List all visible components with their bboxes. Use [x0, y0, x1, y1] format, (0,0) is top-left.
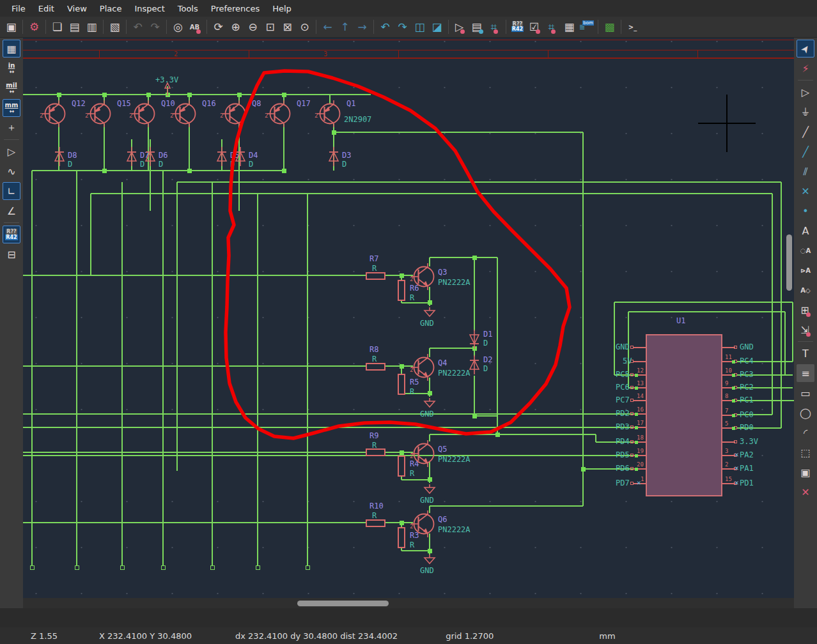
arc-button[interactable]: ◜	[797, 424, 814, 441]
open-pcb-editor-button[interactable]: ▩	[601, 19, 618, 36]
wire-segment[interactable]	[497, 257, 498, 434]
wire-segment[interactable]	[23, 275, 413, 276]
refresh-button[interactable]: ⟳	[210, 19, 227, 36]
plot-button[interactable]: ▥	[83, 19, 100, 36]
page-settings-button[interactable]: ❏	[49, 19, 66, 36]
polygon-button[interactable]: ⬚	[797, 443, 814, 461]
wire-segment[interactable]	[614, 302, 615, 375]
wire-segment[interactable]	[23, 427, 641, 428]
resistor-R4[interactable]	[398, 456, 405, 477]
wire-segment[interactable]	[212, 182, 213, 567]
redo-button[interactable]: ↷	[146, 19, 164, 36]
resistor-R10[interactable]	[366, 519, 385, 527]
annotate-button[interactable]: R??R42	[509, 19, 526, 36]
menu-file[interactable]: File	[5, 2, 32, 15]
menu-preferences[interactable]: Preferences	[205, 2, 266, 15]
net-class-directive-button[interactable]: ◌A	[797, 241, 814, 259]
hierarchy-navigator-button[interactable]: ⊟	[3, 245, 20, 263]
rotate-cw-button[interactable]: ↷	[394, 19, 411, 36]
horizontal-scrollbar[interactable]	[23, 598, 794, 608]
bom-button[interactable]: ≣bom	[578, 19, 595, 36]
wire-segment[interactable]	[784, 312, 786, 375]
undo-button[interactable]: ↶	[129, 19, 146, 36]
select-tool-button[interactable]: ➤	[797, 40, 814, 57]
wire-segment[interactable]	[401, 479, 430, 480]
wire-segment[interactable]	[32, 170, 284, 171]
wire-segment[interactable]	[23, 94, 371, 95]
resistor-R5[interactable]	[398, 374, 405, 395]
wire-segment[interactable]	[31, 171, 33, 567]
wire-to-bus-entry-button[interactable]: ⫽	[797, 162, 814, 180]
text-button[interactable]: T	[797, 344, 814, 362]
wire-segment[interactable]	[76, 171, 77, 567]
circle-button[interactable]: ◯	[797, 404, 814, 422]
wire-segment[interactable]	[177, 181, 781, 183]
wire-segment[interactable]	[257, 194, 258, 567]
update-pcb-button[interactable]: ⌗	[543, 19, 561, 36]
resistor-R3[interactable]	[398, 527, 405, 548]
wire-segment[interactable]	[23, 452, 413, 453]
highlight-net-button[interactable]: ⚡	[797, 59, 814, 77]
delete-tool-button[interactable]: ✕	[797, 483, 814, 501]
menu-place[interactable]: Place	[93, 2, 128, 15]
resistor-R7[interactable]	[366, 272, 385, 280]
scripting-console-button[interactable]: >_	[624, 19, 641, 36]
no-connect-flag-button[interactable]: ✕	[797, 182, 814, 200]
units-mm-button[interactable]: mm↔	[3, 99, 20, 117]
wire-segment[interactable]	[474, 415, 497, 417]
cursor-shape-button[interactable]: ＋	[3, 119, 20, 137]
units-mils-button[interactable]: mil↔	[3, 79, 20, 97]
menu-view[interactable]: View	[61, 2, 93, 15]
import-sheet-pin-button[interactable]: ⇲	[797, 321, 814, 339]
wire-segment[interactable]	[401, 393, 430, 394]
wire-segment[interactable]	[430, 505, 583, 507]
navigate-up-button[interactable]: ↑	[336, 19, 354, 36]
wire-segment[interactable]	[23, 365, 413, 367]
hv-wires-button[interactable]: ∟	[3, 182, 20, 200]
wire-segment[interactable]	[307, 194, 308, 567]
wire-segment[interactable]	[23, 413, 641, 415]
wire-segment[interactable]	[238, 124, 240, 211]
wire-segment[interactable]	[792, 302, 793, 362]
symbol-fields-table-button[interactable]: ▦	[561, 19, 578, 36]
save-button[interactable]: ▣	[3, 19, 20, 36]
find-replace-button[interactable]: AB	[187, 19, 204, 36]
wire-segment[interactable]	[23, 522, 413, 523]
zoom-in-button[interactable]: ⊕	[227, 19, 244, 36]
wire-segment[interactable]	[430, 348, 474, 349]
zoom-out-button[interactable]: ⊖	[244, 19, 261, 36]
vertical-scrollbar-thumb[interactable]	[786, 234, 792, 291]
grid-toggle-button[interactable]: ▦	[3, 40, 20, 57]
symbol-editor-button[interactable]: ▷	[451, 19, 469, 36]
wire-segment[interactable]	[772, 194, 773, 415]
schematic-setup-button[interactable]: ⚙	[26, 19, 43, 36]
horizontal-scrollbar-thumb[interactable]	[297, 601, 389, 606]
wire-segment[interactable]	[91, 193, 772, 194]
wires-45-button[interactable]: ∠	[3, 202, 20, 220]
wire-segment[interactable]	[474, 376, 475, 416]
u1-body[interactable]	[646, 334, 722, 496]
navigate-back-button[interactable]: ←	[319, 19, 336, 36]
wire-segment[interactable]	[781, 182, 782, 428]
rectangle-button[interactable]: ▭	[797, 384, 814, 402]
wire-segment[interactable]	[401, 302, 430, 303]
schematic-canvas[interactable]: 23+3.3VQ122Q152Q102Q162Q82Q172Q122N2907D…	[23, 38, 794, 598]
mirror-vertical-button[interactable]: ◫	[411, 19, 428, 36]
wire-segment[interactable]	[628, 311, 785, 312]
image-button[interactable]: ▣	[797, 463, 814, 481]
wire-segment[interactable]	[121, 182, 123, 567]
navigate-forward-button[interactable]: →	[354, 19, 371, 36]
wire-segment[interactable]	[614, 302, 793, 303]
find-button[interactable]: ◎	[169, 19, 187, 36]
resistor-R8[interactable]	[366, 363, 385, 371]
menu-help[interactable]: Help	[266, 2, 298, 15]
menu-edit[interactable]: Edit	[32, 2, 61, 15]
rotate-ccw-button[interactable]: ↶	[377, 19, 394, 36]
footprint-assign-button[interactable]: ⌗	[486, 19, 503, 36]
wire-segment[interactable]	[23, 455, 641, 456]
wire-segment[interactable]	[430, 257, 497, 258]
paste-button[interactable]: ▧	[106, 19, 123, 36]
wire-segment[interactable]	[162, 171, 164, 567]
library-browser-button[interactable]: ▤	[469, 19, 486, 36]
hierarchical-sheet-button[interactable]: ⊞	[797, 301, 814, 319]
